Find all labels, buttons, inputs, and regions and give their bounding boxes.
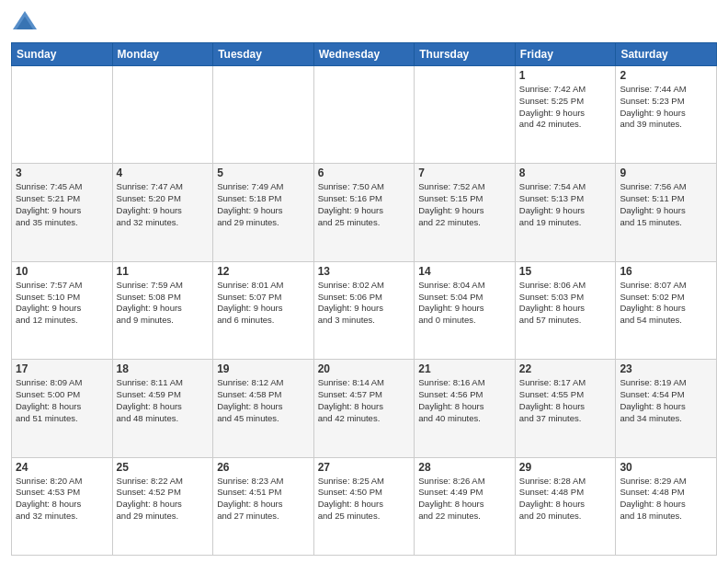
day-number: 25 [117, 461, 210, 474]
day-number: 27 [318, 461, 411, 474]
calendar-cell [213, 66, 314, 164]
calendar-cell: 27Sunrise: 8:25 AM Sunset: 4:50 PM Dayli… [313, 457, 415, 555]
day-info: Sunrise: 7:57 AM Sunset: 5:10 PM Dayligh… [16, 280, 108, 327]
calendar-cell: 9Sunrise: 7:56 AM Sunset: 5:11 PM Daylig… [616, 164, 717, 261]
calendar-cell: 7Sunrise: 7:52 AM Sunset: 5:15 PM Daylig… [415, 164, 516, 261]
day-info: Sunrise: 7:50 AM Sunset: 5:16 PM Dayligh… [318, 181, 411, 228]
day-info: Sunrise: 8:09 AM Sunset: 5:00 PM Dayligh… [16, 377, 108, 424]
calendar-cell: 23Sunrise: 8:19 AM Sunset: 4:54 PM Dayli… [616, 360, 717, 457]
day-info: Sunrise: 8:14 AM Sunset: 4:57 PM Dayligh… [318, 377, 411, 424]
day-info: Sunrise: 8:07 AM Sunset: 5:02 PM Dayligh… [620, 280, 712, 327]
calendar-cell: 29Sunrise: 8:28 AM Sunset: 4:48 PM Dayli… [515, 457, 616, 555]
day-number: 14 [418, 265, 511, 278]
day-number: 29 [519, 461, 612, 474]
day-info: Sunrise: 8:02 AM Sunset: 5:06 PM Dayligh… [318, 280, 411, 327]
day-info: Sunrise: 7:59 AM Sunset: 5:08 PM Dayligh… [117, 280, 210, 327]
header [11, 9, 717, 37]
calendar-cell: 2Sunrise: 7:44 AM Sunset: 5:23 PM Daylig… [616, 66, 717, 164]
day-info: Sunrise: 7:54 AM Sunset: 5:13 PM Dayligh… [519, 181, 612, 228]
day-info: Sunrise: 8:28 AM Sunset: 4:48 PM Dayligh… [519, 476, 612, 523]
calendar-cell: 17Sunrise: 8:09 AM Sunset: 5:00 PM Dayli… [12, 360, 113, 457]
day-number: 4 [117, 167, 210, 179]
calendar-cell [112, 66, 213, 164]
day-number: 11 [117, 265, 210, 278]
calendar-cell: 6Sunrise: 7:50 AM Sunset: 5:16 PM Daylig… [313, 164, 415, 261]
day-number: 1 [519, 69, 612, 82]
calendar-cell: 14Sunrise: 8:04 AM Sunset: 5:04 PM Dayli… [415, 261, 516, 359]
calendar-cell: 13Sunrise: 8:02 AM Sunset: 5:06 PM Dayli… [313, 261, 415, 359]
day-info: Sunrise: 7:44 AM Sunset: 5:23 PM Dayligh… [620, 84, 712, 131]
day-info: Sunrise: 7:45 AM Sunset: 5:21 PM Dayligh… [16, 181, 108, 228]
calendar-cell: 4Sunrise: 7:47 AM Sunset: 5:20 PM Daylig… [112, 164, 213, 261]
calendar-cell: 11Sunrise: 7:59 AM Sunset: 5:08 PM Dayli… [112, 261, 213, 359]
calendar-cell: 22Sunrise: 8:17 AM Sunset: 4:55 PM Dayli… [515, 360, 616, 457]
logo [11, 9, 42, 37]
week-row-4: 17Sunrise: 8:09 AM Sunset: 5:00 PM Dayli… [12, 360, 717, 457]
calendar: SundayMondayTuesdayWednesdayThursdayFrid… [11, 42, 717, 556]
day-info: Sunrise: 8:01 AM Sunset: 5:07 PM Dayligh… [217, 280, 310, 327]
day-number: 22 [519, 362, 612, 375]
day-header-friday: Friday [515, 43, 616, 66]
calendar-cell: 16Sunrise: 8:07 AM Sunset: 5:02 PM Dayli… [616, 261, 717, 359]
day-header-thursday: Thursday [415, 43, 516, 66]
day-number: 18 [117, 362, 210, 375]
day-header-saturday: Saturday [616, 43, 717, 66]
day-info: Sunrise: 8:11 AM Sunset: 4:59 PM Dayligh… [117, 377, 210, 424]
week-row-3: 10Sunrise: 7:57 AM Sunset: 5:10 PM Dayli… [12, 261, 717, 359]
calendar-cell: 5Sunrise: 7:49 AM Sunset: 5:18 PM Daylig… [213, 164, 314, 261]
day-number: 15 [519, 265, 612, 278]
day-info: Sunrise: 8:22 AM Sunset: 4:52 PM Dayligh… [117, 476, 210, 523]
calendar-cell: 25Sunrise: 8:22 AM Sunset: 4:52 PM Dayli… [112, 457, 213, 555]
calendar-cell [313, 66, 415, 164]
day-info: Sunrise: 8:20 AM Sunset: 4:53 PM Dayligh… [16, 476, 108, 523]
day-header-monday: Monday [112, 43, 213, 66]
day-info: Sunrise: 8:23 AM Sunset: 4:51 PM Dayligh… [217, 476, 310, 523]
day-number: 10 [16, 265, 108, 278]
calendar-cell: 30Sunrise: 8:29 AM Sunset: 4:48 PM Dayli… [616, 457, 717, 555]
day-number: 2 [620, 69, 712, 82]
calendar-cell: 15Sunrise: 8:06 AM Sunset: 5:03 PM Dayli… [515, 261, 616, 359]
day-info: Sunrise: 8:16 AM Sunset: 4:56 PM Dayligh… [418, 377, 511, 424]
calendar-cell: 12Sunrise: 8:01 AM Sunset: 5:07 PM Dayli… [213, 261, 314, 359]
day-number: 6 [318, 167, 411, 179]
calendar-cell: 26Sunrise: 8:23 AM Sunset: 4:51 PM Dayli… [213, 457, 314, 555]
calendar-cell: 20Sunrise: 8:14 AM Sunset: 4:57 PM Dayli… [313, 360, 415, 457]
day-info: Sunrise: 8:04 AM Sunset: 5:04 PM Dayligh… [418, 280, 511, 327]
calendar-cell [415, 66, 516, 164]
day-number: 20 [318, 362, 411, 375]
day-info: Sunrise: 8:25 AM Sunset: 4:50 PM Dayligh… [318, 476, 411, 523]
calendar-cell [12, 66, 113, 164]
day-number: 9 [620, 167, 712, 179]
day-info: Sunrise: 7:47 AM Sunset: 5:20 PM Dayligh… [117, 181, 210, 228]
week-row-1: 1Sunrise: 7:42 AM Sunset: 5:25 PM Daylig… [12, 66, 717, 164]
day-number: 3 [16, 167, 108, 179]
day-info: Sunrise: 7:42 AM Sunset: 5:25 PM Dayligh… [519, 84, 612, 131]
day-info: Sunrise: 8:12 AM Sunset: 4:58 PM Dayligh… [217, 377, 310, 424]
day-number: 13 [318, 265, 411, 278]
day-number: 26 [217, 461, 310, 474]
header-row: SundayMondayTuesdayWednesdayThursdayFrid… [12, 43, 717, 66]
day-info: Sunrise: 8:17 AM Sunset: 4:55 PM Dayligh… [519, 377, 612, 424]
day-info: Sunrise: 8:06 AM Sunset: 5:03 PM Dayligh… [519, 280, 612, 327]
day-number: 30 [620, 461, 712, 474]
calendar-cell: 24Sunrise: 8:20 AM Sunset: 4:53 PM Dayli… [12, 457, 113, 555]
day-number: 19 [217, 362, 310, 375]
day-number: 28 [418, 461, 511, 474]
day-number: 24 [16, 461, 108, 474]
calendar-cell: 21Sunrise: 8:16 AM Sunset: 4:56 PM Dayli… [415, 360, 516, 457]
day-info: Sunrise: 8:29 AM Sunset: 4:48 PM Dayligh… [620, 476, 712, 523]
day-number: 17 [16, 362, 108, 375]
day-number: 5 [217, 167, 310, 179]
day-info: Sunrise: 7:52 AM Sunset: 5:15 PM Dayligh… [418, 181, 511, 228]
day-header-sunday: Sunday [12, 43, 113, 66]
calendar-cell: 1Sunrise: 7:42 AM Sunset: 5:25 PM Daylig… [515, 66, 616, 164]
day-number: 23 [620, 362, 712, 375]
day-number: 16 [620, 265, 712, 278]
calendar-cell: 3Sunrise: 7:45 AM Sunset: 5:21 PM Daylig… [12, 164, 113, 261]
day-number: 7 [418, 167, 511, 179]
calendar-cell: 28Sunrise: 8:26 AM Sunset: 4:49 PM Dayli… [415, 457, 516, 555]
day-header-wednesday: Wednesday [313, 43, 415, 66]
day-number: 12 [217, 265, 310, 278]
day-number: 21 [418, 362, 511, 375]
week-row-2: 3Sunrise: 7:45 AM Sunset: 5:21 PM Daylig… [12, 164, 717, 261]
